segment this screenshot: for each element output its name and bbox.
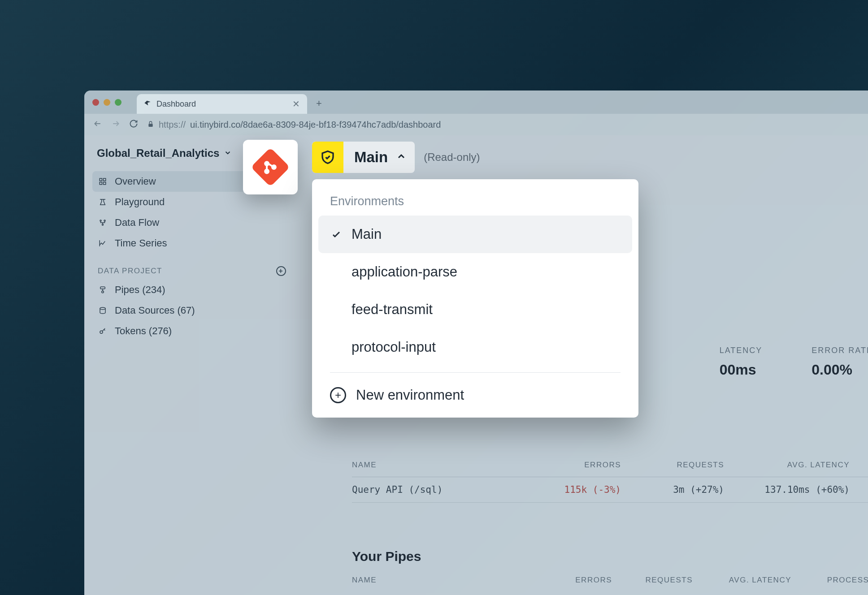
col-name: NAME xyxy=(352,461,540,470)
tab-title: Dashboard xyxy=(156,99,196,109)
env-selector-button[interactable]: Main xyxy=(312,142,415,173)
nav-label: Overview xyxy=(115,176,156,187)
nav-pipes[interactable]: Pipes (234) xyxy=(92,280,291,300)
svg-point-6 xyxy=(104,220,105,221)
lock-icon xyxy=(147,120,154,130)
your-pipes-title: Your Pipes xyxy=(352,549,868,564)
nav-dataflow[interactable]: Data Flow xyxy=(92,212,291,233)
env-header: Main (Read-only) xyxy=(312,142,480,173)
svg-point-5 xyxy=(100,220,101,221)
dataflow-icon xyxy=(98,219,108,227)
grid-icon xyxy=(98,177,108,185)
stat-value: 00ms xyxy=(720,362,763,378)
nav-label: Data Flow xyxy=(115,217,159,229)
git-icon xyxy=(251,147,290,187)
col-requests: REQUESTS xyxy=(621,461,724,470)
col-name: NAME xyxy=(352,576,540,585)
col-errors: ERRORS xyxy=(540,461,621,470)
address-bar: https://ui.tinybird.co/8dae6a-8309-84je-… xyxy=(84,114,868,135)
nav-back-icon[interactable] xyxy=(93,119,102,130)
workspace-name: Global_Retail_Analytics xyxy=(97,147,219,160)
url-field[interactable]: https://ui.tinybird.co/8dae6a-8309-84je-… xyxy=(147,120,441,130)
stat-label: LATENCY xyxy=(720,346,763,355)
browser-tab[interactable]: Dashboard ✕ xyxy=(137,94,307,114)
cell-name: Query API (/sql) xyxy=(352,484,540,495)
env-option-label: application-parse xyxy=(352,264,457,280)
pipes-icon xyxy=(98,286,108,294)
svg-point-9 xyxy=(102,291,104,293)
endpoints-table: NAME ERRORS REQUESTS AVG. LATENCY Query … xyxy=(352,453,868,503)
window-traffic-lights xyxy=(92,99,122,106)
svg-point-7 xyxy=(102,224,104,225)
stat-latency: LATENCY 00ms xyxy=(720,346,763,378)
cell-requests: 3m (+27%) xyxy=(621,484,724,495)
col-latency: AVG. LATENCY xyxy=(724,461,850,470)
nav-label: Pipes (234) xyxy=(115,284,165,296)
refresh-icon[interactable] xyxy=(129,119,138,130)
svg-point-10 xyxy=(100,307,105,310)
tinybird-icon xyxy=(144,99,151,109)
nav-label: Data Sources (67) xyxy=(115,305,195,316)
cell-latency: 137.10ms (+60%) xyxy=(724,484,850,495)
dropdown-title: Environments xyxy=(317,188,633,216)
svg-rect-0 xyxy=(148,124,152,127)
env-option-main[interactable]: Main xyxy=(318,216,632,253)
new-environment-button[interactable]: + New environment xyxy=(317,379,633,408)
add-project-item-button[interactable]: + xyxy=(276,266,286,276)
your-pipes-section: Your Pipes NAME ERRORS REQUESTS AVG. LAT… xyxy=(352,549,868,585)
new-env-label: New environment xyxy=(356,387,464,403)
close-tab-icon[interactable]: ✕ xyxy=(292,99,300,109)
shield-icon xyxy=(312,142,343,173)
timeseries-icon xyxy=(98,239,108,247)
datasources-icon xyxy=(98,306,108,315)
new-tab-button[interactable]: + xyxy=(312,96,326,111)
close-window-button[interactable] xyxy=(92,99,99,106)
nav-forward-icon[interactable] xyxy=(111,119,120,130)
nav-datasources[interactable]: Data Sources (67) xyxy=(92,300,291,321)
svg-rect-1 xyxy=(100,178,102,181)
chevron-up-icon xyxy=(396,151,415,164)
env-dropdown: Environments Main application-parse feed… xyxy=(312,179,638,418)
nav-playground[interactable]: Playground xyxy=(92,192,291,212)
minimize-window-button[interactable] xyxy=(104,99,110,106)
url-scheme: https:// xyxy=(159,120,186,130)
svg-point-11 xyxy=(100,331,103,333)
svg-rect-4 xyxy=(104,182,106,185)
dropdown-divider xyxy=(330,372,621,373)
data-project-heading: DATA PROJECT + xyxy=(92,254,291,280)
env-current-name: Main xyxy=(343,149,396,166)
col-requests: REQUESTS xyxy=(612,576,693,585)
stat-label: ERROR RATE xyxy=(812,346,868,355)
url-path: ui.tinybird.co/8dae6a-8309-84je-bf18-f39… xyxy=(190,120,441,130)
col-errors: ERRORS xyxy=(540,576,612,585)
svg-point-14 xyxy=(265,170,269,173)
svg-rect-2 xyxy=(104,178,106,181)
maximize-window-button[interactable] xyxy=(115,99,122,106)
cell-errors: 115k (-3%) xyxy=(540,484,621,495)
env-option-feed-transmit[interactable]: feed-transmit xyxy=(318,291,632,328)
nav-tokens[interactable]: Tokens (276) xyxy=(92,321,291,341)
env-option-protocol-input[interactable]: protocol-input xyxy=(318,328,632,366)
tab-bar: Dashboard ✕ + xyxy=(84,91,868,114)
table-header: NAME ERRORS REQUESTS AVG. LATENCY xyxy=(352,453,868,477)
table-row[interactable]: Query API (/sql) 115k (-3%) 3m (+27%) 13… xyxy=(352,477,868,503)
stat-error-rate: ERROR RATE 0.00% xyxy=(812,346,868,378)
env-option-label: Main xyxy=(352,226,382,242)
svg-rect-3 xyxy=(100,182,102,185)
svg-rect-8 xyxy=(100,287,105,289)
sidebar: Global_Retail_Analytics Overview Playgr xyxy=(84,135,299,595)
plus-circle-icon: + xyxy=(330,387,346,403)
env-option-label: protocol-input xyxy=(352,339,436,355)
check-icon xyxy=(331,229,342,240)
stat-value: 0.00% xyxy=(812,362,868,378)
svg-point-12 xyxy=(265,162,269,165)
env-option-application-parse[interactable]: application-parse xyxy=(318,253,632,291)
git-card xyxy=(243,140,298,194)
stats-row: LATENCY 00ms ERROR RATE 0.00% ROW IN 1.8… xyxy=(720,346,868,378)
tokens-icon xyxy=(98,327,108,335)
readonly-label: (Read-only) xyxy=(424,151,480,164)
env-option-label: feed-transmit xyxy=(352,302,433,318)
nav-timeseries[interactable]: Time Series xyxy=(92,233,291,254)
pipes-table-header: NAME ERRORS REQUESTS AVG. LATENCY PROCES… xyxy=(352,576,868,585)
playground-icon xyxy=(98,198,108,206)
